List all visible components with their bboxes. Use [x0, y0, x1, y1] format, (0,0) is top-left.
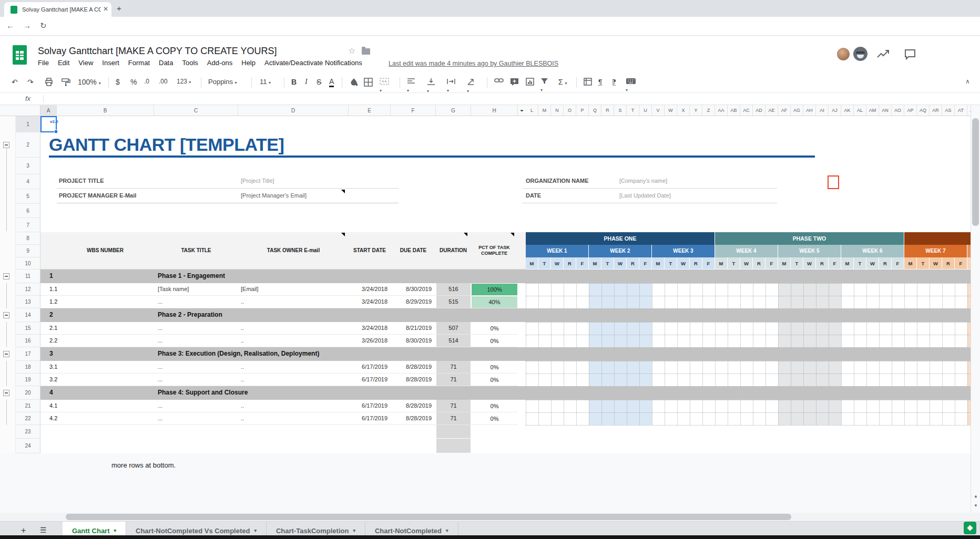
column-header-D[interactable]: D	[238, 105, 349, 116]
collapse-toolbar-icon[interactable]: ∧	[965, 78, 970, 85]
date-value[interactable]: [Last Updated Date]	[619, 192, 671, 199]
text-wrap-icon[interactable]: ▾	[447, 78, 455, 94]
row-header-24[interactable]: 24	[16, 439, 40, 453]
menu-add-ons[interactable]: Add-ons	[207, 59, 232, 67]
row-header-21[interactable]: 21	[16, 400, 40, 412]
formula-bar[interactable]: fx	[0, 93, 980, 105]
task-pct-cell[interactable]: 0%	[472, 413, 517, 424]
horizontal-scrollbar[interactable]	[0, 513, 980, 521]
sheets-logo[interactable]	[13, 45, 27, 65]
all-sheets-icon[interactable]: ☰	[40, 526, 47, 534]
comment-marker[interactable]	[511, 233, 514, 236]
task-pct-cell[interactable]: 0%	[472, 323, 517, 334]
row-header-13[interactable]: 13	[16, 296, 40, 308]
duration-empty-cell[interactable]	[436, 439, 471, 453]
menu-file[interactable]: File	[38, 59, 49, 67]
redo-icon[interactable]: ↷	[27, 78, 34, 86]
column-header-AA[interactable]: AA	[715, 105, 728, 116]
column-header-AB[interactable]: AB	[728, 105, 740, 116]
column-header-V[interactable]: V	[652, 105, 665, 116]
column-header-X[interactable]: X	[677, 105, 690, 116]
column-header-AS[interactable]: AS	[942, 105, 955, 116]
column-header-N[interactable]: N	[551, 105, 564, 116]
row-header-6[interactable]: 6	[16, 204, 40, 218]
task-duration-cell[interactable]: 507	[436, 322, 471, 334]
font-select[interactable]: Poppins ▾	[208, 78, 237, 86]
row-header-8[interactable]: 8	[16, 232, 40, 245]
row-header-3[interactable]: 3	[16, 158, 40, 174]
column-header-AP[interactable]: AP	[904, 105, 917, 116]
vertical-scrollbar[interactable]: ▲ ▼	[971, 105, 980, 513]
row-header-15[interactable]: 15	[16, 322, 40, 335]
row-header-17[interactable]: 17	[16, 347, 40, 361]
sheet-tab-menu-icon[interactable]: ▾	[353, 528, 355, 533]
scroll-down-icon[interactable]: ▼	[974, 503, 978, 508]
row-header-10[interactable]: 10	[16, 257, 40, 270]
task-duration-cell[interactable]: 71	[436, 361, 471, 373]
hidden-columns-marker[interactable]: ◂▸	[518, 105, 526, 116]
decrease-decimal-icon[interactable]: .0	[144, 78, 149, 85]
row-header-14[interactable]: 14	[16, 308, 40, 322]
menu-view[interactable]: View	[78, 59, 93, 67]
font-size-select[interactable]: 11 ▾	[260, 78, 271, 86]
scroll-up-icon[interactable]: ▲	[974, 494, 978, 499]
format-percent-icon[interactable]: %	[130, 78, 137, 86]
column-header-G[interactable]: G	[436, 105, 471, 116]
task-duration-cell[interactable]: 515	[436, 296, 471, 308]
strikethrough-icon[interactable]: S	[317, 78, 321, 86]
pivot-table-icon[interactable]	[584, 78, 592, 86]
task-duration-cell[interactable]: 71	[436, 374, 471, 386]
column-header-P[interactable]: P	[576, 105, 589, 116]
task-duration-cell[interactable]: 516	[436, 283, 471, 295]
fill-handle[interactable]	[54, 130, 58, 133]
menu-activate-deactivate-notifications[interactable]: Activate/Deactivate Notifications	[264, 59, 362, 67]
column-header-B[interactable]: B	[57, 105, 154, 116]
row-header-2[interactable]: 2	[16, 132, 40, 158]
row-header-11[interactable]: 11	[16, 270, 40, 283]
task-pct-cell[interactable]: 0%	[472, 335, 517, 347]
insert-comment-icon[interactable]	[510, 78, 519, 86]
doc-title[interactable]: Solvay Ganttchart [MAKE A COPY TO CREATE…	[38, 46, 277, 57]
column-header-AE[interactable]: AE	[765, 105, 778, 116]
increase-decimal-icon[interactable]: .00	[159, 78, 168, 85]
menu-data[interactable]: Data	[159, 59, 173, 67]
browser-tab[interactable]: Solvay Ganttchart [MAKE A COP ✕	[4, 2, 111, 17]
column-header-AD[interactable]: AD	[753, 105, 765, 116]
row-group-collapse-button[interactable]	[3, 351, 9, 357]
column-header-AC[interactable]: AC	[740, 105, 753, 116]
column-header-R[interactable]: R	[601, 105, 614, 116]
forward-icon[interactable]: →	[23, 21, 31, 30]
column-header-AQ[interactable]: AQ	[917, 105, 930, 116]
row-header-1[interactable]: 1	[16, 116, 40, 132]
text-rotate-icon[interactable]: ▾	[467, 78, 475, 94]
column-header-Q[interactable]: Q	[589, 105, 601, 116]
text-color-icon[interactable]: A	[329, 78, 334, 87]
column-header-E[interactable]: E	[349, 105, 391, 116]
org-name-value[interactable]: [Company's name]	[619, 178, 667, 184]
functions-icon[interactable]: Σ ▾	[558, 78, 567, 86]
column-header-L[interactable]: L	[526, 105, 538, 116]
row-header-12[interactable]: 12	[16, 283, 40, 296]
row-header-22[interactable]: 22	[16, 412, 40, 425]
tab-close-icon[interactable]: ✕	[103, 5, 108, 13]
column-header-AM[interactable]: AM	[866, 105, 879, 116]
project-title-value[interactable]: [Project Title]	[241, 178, 274, 184]
column-header-U[interactable]: U	[639, 105, 652, 116]
text-direction-rtl-icon[interactable]: ¶	[612, 78, 616, 86]
comment-icon[interactable]	[904, 49, 916, 60]
column-header-H[interactable]: H	[471, 105, 518, 116]
row-header-9[interactable]: 9	[16, 245, 40, 257]
row-group-collapse-button[interactable]	[3, 390, 9, 396]
column-header-M[interactable]: M	[538, 105, 551, 116]
column-header-AR[interactable]: AR	[930, 105, 942, 116]
bold-icon[interactable]: B	[291, 78, 297, 86]
borders-icon[interactable]	[364, 78, 373, 87]
move-folder-icon[interactable]	[362, 48, 370, 55]
row-header-19[interactable]: 19	[16, 374, 40, 386]
pm-email-value[interactable]: [Project Manager's Email]	[241, 192, 307, 199]
print-icon[interactable]	[44, 78, 54, 86]
column-header-Z[interactable]: Z	[702, 105, 715, 116]
column-header-W[interactable]: W	[665, 105, 677, 116]
explore-button[interactable]	[964, 522, 976, 534]
insert-chart-icon[interactable]	[526, 78, 534, 86]
